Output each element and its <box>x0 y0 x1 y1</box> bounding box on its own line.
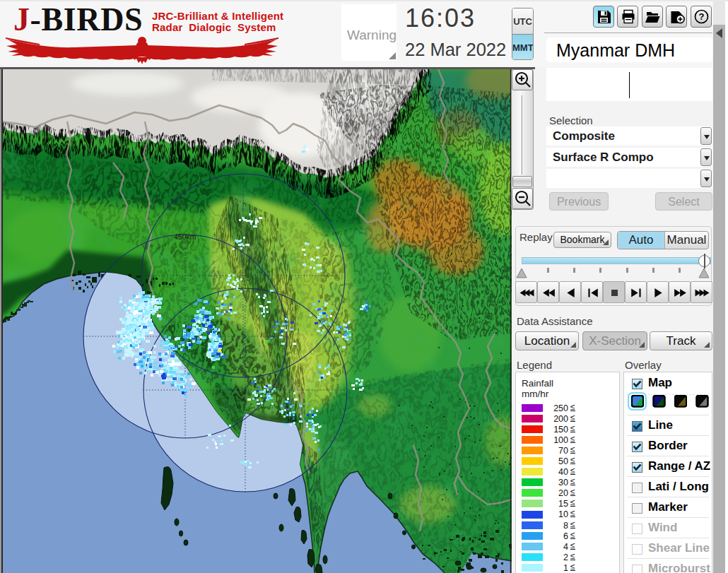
svg-text:450km: 450km <box>174 232 196 241</box>
svg-text:?: ? <box>699 11 705 22</box>
